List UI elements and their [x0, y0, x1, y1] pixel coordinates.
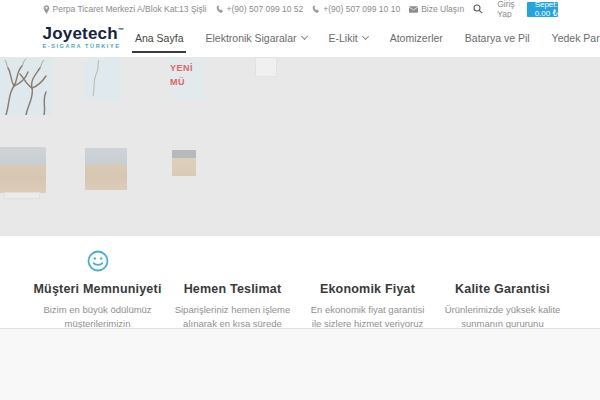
logo-title: Joyetech™: [43, 25, 125, 42]
badge-line-1: YENİ: [170, 62, 205, 76]
feature-title: Kalite Garantisi: [435, 282, 570, 296]
footer-strip: [0, 328, 600, 400]
logo-subtitle: E-SIGARA TÜRKIYE: [43, 44, 125, 50]
cart-button[interactable]: Sepet: 0.00 ₺: [527, 2, 558, 17]
contact-link-text: Bize Ulaşın: [421, 4, 464, 14]
cart-button-label: Sepet: 0.00 ₺: [527, 2, 558, 17]
phone-number-2[interactable]: +(90) 507 099 10 10: [312, 4, 400, 14]
nav-label: E-Likit: [329, 32, 358, 44]
image-placeholder-frame: [4, 192, 40, 199]
phone-number-2-text: +(90) 507 099 10 10: [323, 4, 400, 14]
login-link[interactable]: Giriş Yap: [497, 0, 514, 19]
contact-link[interactable]: Bize Ulaşın: [409, 4, 464, 14]
phone-number-1[interactable]: +(90) 507 099 10 52: [216, 4, 304, 14]
location-pin-icon: [43, 5, 50, 14]
nav-item-elektronik-sigaralar[interactable]: Elektronik Sigaralar: [194, 18, 317, 57]
page: Perpa Ticaret Merkezi A/Blok Kat:13 Şişl…: [0, 0, 600, 400]
nav-item-e-likit[interactable]: E-Likit: [318, 18, 379, 57]
feature-title: Ekonomik Fiyat: [300, 282, 435, 296]
slider-image-products-3: [172, 150, 196, 176]
store-address: Perpa Ticaret Merkezi A/Blok Kat:13 Şişl…: [43, 4, 207, 14]
main-nav: Ana Sayfa Elektronik Sigaralar E-Likit A…: [124, 18, 600, 57]
slider-new-badge: YENİ MÜ: [168, 58, 205, 100]
nav-label: Batarya ve Pil: [465, 32, 530, 44]
nav-item-yedek-parca[interactable]: Yedek Parça: [541, 18, 600, 57]
smiley-icon: [87, 250, 109, 272]
slider-image-products-1: [0, 147, 46, 193]
nav-item-ana-sayfa[interactable]: Ana Sayfa: [124, 18, 194, 57]
phone-number-1-text: +(90) 507 099 10 52: [227, 4, 304, 14]
nav-label: Atomizerler: [390, 32, 443, 44]
feature-icon-slot-empty: [435, 250, 570, 280]
feature-icon-slot-empty: [300, 250, 435, 280]
phone-icon: [312, 5, 320, 13]
feature-icon-slot-empty: [165, 250, 300, 280]
badge-line-2: MÜ: [170, 76, 205, 90]
slider-image-branches: [0, 58, 52, 115]
nav-label: Ana Sayfa: [135, 32, 183, 44]
topbar: Perpa Ticaret Merkezi A/Blok Kat:13 Şişl…: [0, 0, 600, 18]
feature-text: En ekonomik fiyat garantisi ile sizlere …: [300, 303, 435, 331]
slider-image-products-2: [85, 148, 127, 190]
chevron-down-icon: [300, 32, 307, 39]
nav-label: Elektronik Sigaralar: [205, 32, 296, 44]
nav-item-batarya-ve-pil[interactable]: Batarya ve Pil: [454, 18, 541, 57]
search-icon[interactable]: [473, 4, 483, 14]
feature-title: Hemen Teslimat: [165, 282, 300, 296]
image-placeholder-icon: [255, 57, 277, 77]
main-header: Joyetech™ E-SIGARA TÜRKIYE Ana Sayfa Ele…: [0, 18, 600, 57]
envelope-icon: [409, 6, 418, 13]
store-address-text: Perpa Ticaret Merkezi A/Blok Kat:13 Şişl…: [53, 4, 207, 14]
hero-slider[interactable]: YENİ MÜ: [0, 57, 600, 236]
phone-icon: [216, 5, 224, 13]
logo[interactable]: Joyetech™ E-SIGARA TÜRKIYE: [43, 25, 125, 50]
features-section: Müşteri Memnuniyeti Bizim en büyük ödülü…: [0, 236, 600, 328]
nav-label: Yedek Parça: [552, 32, 600, 44]
chevron-down-icon: [362, 32, 369, 39]
feature-title: Müşteri Memnuniyeti: [30, 282, 165, 296]
nav-item-atomizerler[interactable]: Atomizerler: [379, 18, 454, 57]
slider-image-sky: [85, 58, 121, 100]
